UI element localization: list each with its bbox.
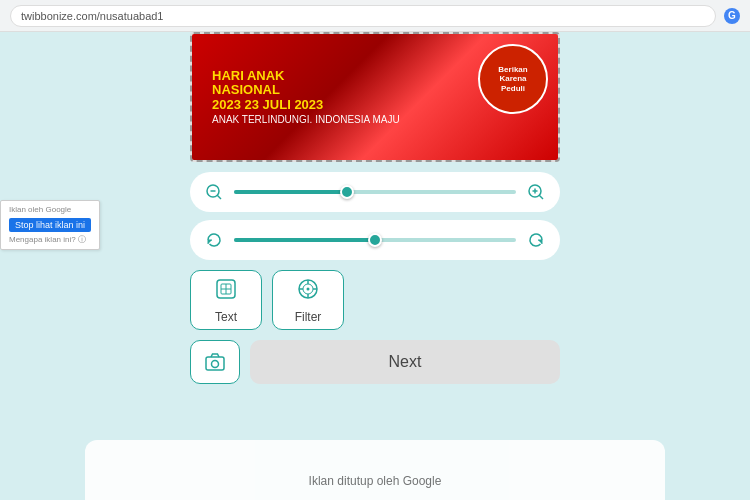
filter-tool-icon: [296, 277, 320, 306]
filter-tool-button[interactable]: Filter: [272, 270, 344, 330]
bottom-card: Iklan ditutup oleh Google: [85, 440, 665, 500]
camera-button[interactable]: [190, 340, 240, 384]
zoom-slider-thumb[interactable]: [340, 185, 354, 199]
text-tool-icon: [214, 277, 238, 306]
rotate-slider-row: [190, 220, 560, 260]
text-tool-button[interactable]: Text: [190, 270, 262, 330]
image-badge: BerikanKarenaPeduli: [478, 44, 548, 114]
sliders-area: [190, 172, 560, 260]
svg-line-6: [539, 195, 543, 199]
rotate-right-icon: [524, 228, 548, 252]
browser-bar: twibbonize.com/nusatuabad1 G: [0, 0, 750, 32]
zoom-in-icon: [524, 180, 548, 204]
next-button[interactable]: Next: [250, 340, 560, 384]
bottom-notice: Iklan ditutup oleh Google: [309, 474, 442, 488]
camera-icon: [204, 351, 226, 373]
badge-text: BerikanKarenaPeduli: [498, 65, 527, 94]
svg-point-13: [307, 287, 310, 290]
filter-tool-label: Filter: [295, 310, 322, 324]
rotate-slider-thumb[interactable]: [368, 233, 382, 247]
ad-stop-button[interactable]: Stop lihat iklan ini: [9, 218, 91, 232]
url-bar[interactable]: twibbonize.com/nusatuabad1: [10, 5, 716, 27]
svg-point-19: [212, 361, 219, 368]
ad-why-text[interactable]: Mengapa iklan ini? ⓘ: [9, 234, 91, 245]
image-text2: ANAK TERLINDUNGI. INDONESIA MAJU: [192, 114, 558, 125]
svg-line-2: [217, 195, 221, 199]
google-icon: G: [724, 8, 740, 24]
next-row: Next: [190, 340, 560, 384]
zoom-out-icon: [202, 180, 226, 204]
rotate-slider-track[interactable]: [234, 238, 516, 242]
image-preview: HARI ANAKNASIONAL2023 23 JULI 2023 ANAK …: [190, 32, 560, 162]
preview-image: HARI ANAKNASIONAL2023 23 JULI 2023 ANAK …: [192, 34, 558, 160]
text-tool-label: Text: [215, 310, 237, 324]
main-content: HARI ANAKNASIONAL2023 23 JULI 2023 ANAK …: [0, 32, 750, 384]
rotate-slider-fill: [234, 238, 375, 242]
ad-overlay: Iklan oleh Google Stop lihat iklan ini M…: [0, 200, 100, 250]
ad-label: Iklan oleh Google: [9, 205, 91, 214]
tools-row: Text Filter: [190, 270, 560, 330]
zoom-slider-track[interactable]: [234, 190, 516, 194]
url-text: twibbonize.com/nusatuabad1: [21, 10, 163, 22]
zoom-slider-row: [190, 172, 560, 212]
zoom-slider-fill: [234, 190, 347, 194]
rotate-left-icon: [202, 228, 226, 252]
